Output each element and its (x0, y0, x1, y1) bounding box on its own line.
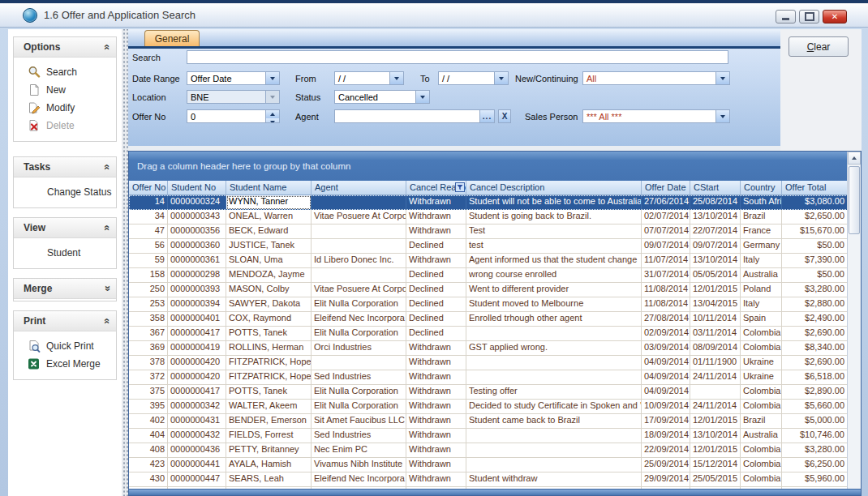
grid-cell[interactable]: Student will not be able to come to Aust… (466, 195, 642, 210)
grid-cell[interactable]: $5,660.00 (782, 400, 848, 414)
section-header-options[interactable]: Options« (14, 37, 116, 58)
grid-cell[interactable]: Sed Industries (312, 429, 406, 443)
agent-field[interactable]: ... (334, 109, 495, 123)
grid-cell[interactable]: $8,340.00 (782, 341, 848, 356)
grid-cell[interactable]: 34 (129, 210, 168, 224)
grid-cell[interactable]: Vitae Posuere At Corpo (312, 283, 406, 297)
grid-cell[interactable]: 07/07/2014 (642, 224, 690, 239)
vertical-scrollbar[interactable] (847, 152, 861, 489)
grid-cell[interactable]: Test (466, 224, 642, 239)
offer-no-stepper[interactable]: 0 (187, 109, 280, 123)
grid-cell[interactable]: 04/09/2014 (642, 356, 690, 370)
grid-cell[interactable]: 0000000298 (168, 268, 226, 283)
grid-cell[interactable]: Student is going back to Brazil. (466, 210, 642, 224)
grid-cell[interactable]: Declined (406, 327, 466, 341)
grid-cell[interactable]: GST applied wrong. (466, 341, 642, 356)
grid-cell[interactable]: Withdrawn (406, 341, 466, 356)
grid-cell[interactable]: 250 (129, 283, 168, 297)
grid-cell[interactable]: Withdrawn (406, 356, 466, 370)
grid-cell[interactable] (312, 195, 406, 210)
grid-cell[interactable]: Orci Industries (312, 341, 406, 356)
chevron-double-up-icon[interactable]: « (102, 164, 110, 169)
section-header-print[interactable]: Print« (14, 311, 116, 331)
table-row[interactable]: 1580000000298MENDOZA, JaymeDeclinedwrong… (129, 268, 848, 283)
grid-cell[interactable]: Ukraine (741, 370, 782, 385)
grid-cell[interactable]: 0000000356 (168, 224, 226, 239)
grid-cell[interactable]: 24/11/2014 (690, 400, 741, 414)
table-row[interactable]: 3580000000401COX, RaymondEleifend Nec In… (129, 312, 848, 327)
grid-cell[interactable]: Withdrawn (406, 472, 466, 487)
sales-person-select[interactable]: *** All *** (582, 109, 730, 123)
grid-cell[interactable]: 24/11/2014 (690, 370, 741, 385)
clear-button[interactable]: Clear (789, 36, 849, 57)
grid-cell[interactable]: Vitae Posuere At Corpo (312, 210, 406, 224)
grid-cell[interactable]: Withdrawn (406, 458, 466, 472)
from-date-select[interactable]: / / (334, 71, 404, 85)
grid-cell[interactable]: Ukraine (741, 356, 782, 370)
grid-cell[interactable]: 25/08/2014 (690, 195, 741, 210)
grid-cell[interactable]: $5,000.00 (782, 414, 848, 429)
grid-cell[interactable]: 0000000393 (168, 283, 226, 297)
column-header-cstart[interactable]: CStart (690, 181, 741, 195)
grid-cell[interactable]: 01/11/1900 (690, 356, 741, 370)
grid-cell[interactable] (312, 224, 406, 239)
grid-cell[interactable]: SAWYER, Dakota (226, 297, 312, 312)
grid-cell[interactable]: $3,280.00 (782, 443, 848, 458)
chevron-down-icon[interactable] (494, 72, 508, 84)
sidebar-item-quick-print[interactable]: Quick Print (14, 337, 116, 355)
grid-cell[interactable]: Withdrawn (406, 224, 466, 239)
grid-cell[interactable]: 31/07/2014 (642, 268, 690, 283)
grid-cell[interactable] (312, 356, 406, 370)
grid-cell[interactable]: test (466, 239, 642, 254)
grid-cell[interactable]: 13/10/2014 (690, 254, 741, 268)
date-range-select[interactable]: Offer Date (187, 71, 280, 85)
grid-cell[interactable]: 0000000417 (168, 327, 226, 341)
grid-cell[interactable]: 14 (129, 195, 168, 210)
grid-cell[interactable]: France (741, 224, 782, 239)
section-header-view[interactable]: View« (14, 218, 116, 238)
grid-cell[interactable]: BENDER, Emerson (226, 414, 312, 429)
grid-cell[interactable]: 0000000360 (168, 239, 226, 254)
grid-cell[interactable]: South Africa (741, 195, 782, 210)
spin-up-icon[interactable] (266, 110, 279, 118)
grid-cell[interactable]: 13/04/2015 (690, 297, 741, 312)
grid-cell[interactable]: Spain (741, 312, 782, 327)
grid-cell[interactable]: 0000000436 (168, 443, 226, 458)
grid-cell[interactable]: 47 (129, 224, 168, 239)
grid-cell[interactable]: 402 (129, 414, 168, 429)
grid-cell[interactable]: 09/07/2014 (690, 239, 741, 254)
grid-cell[interactable]: $3,280.00 (782, 283, 848, 297)
horizontal-scrollbar[interactable] (129, 489, 861, 495)
grid-cell[interactable]: 11/07/2014 (642, 254, 690, 268)
grid-cell[interactable]: $6,250.00 (782, 458, 848, 472)
table-row[interactable]: 2530000000394SAWYER, DakotaElit Nulla Co… (129, 297, 848, 312)
grid-cell[interactable]: 15/12/2014 (690, 458, 741, 472)
grid-cell[interactable]: Vivamus Nibh Institute (312, 458, 406, 472)
grid-cell[interactable]: 12/01/2015 (690, 443, 741, 458)
column-header-offer-total[interactable]: Offer Total (782, 181, 848, 195)
grid-cell[interactable]: $2,880.00 (782, 297, 848, 312)
grid-cell[interactable] (690, 385, 741, 400)
grid-cell[interactable]: 0000000417 (168, 385, 226, 400)
grid-cell[interactable]: Student moved to Melbourne (466, 297, 642, 312)
grid-cell[interactable]: COX, Raymond (226, 312, 312, 327)
chevron-down-icon[interactable] (715, 110, 729, 122)
grid-cell[interactable]: Australia (741, 429, 782, 443)
table-row[interactable]: 590000000361SLOAN, UmaId Libero Donec In… (129, 254, 848, 268)
column-header-agent[interactable]: Agent (312, 181, 406, 195)
grid-cell[interactable]: 408 (129, 443, 168, 458)
grid-cell[interactable]: Testing offer (466, 385, 642, 400)
grid-cell[interactable]: Withdrawn (406, 385, 466, 400)
maximize-button[interactable] (799, 10, 819, 24)
chevron-double-up-icon[interactable]: « (102, 44, 110, 49)
grid-cell[interactable]: 378 (129, 356, 168, 370)
table-row[interactable]: 4300000000447SEARS, LeahEleifend Nec Inc… (129, 472, 848, 487)
grid-cell[interactable]: 0000000361 (168, 254, 226, 268)
grid-cell[interactable]: 29/09/2014 (642, 472, 690, 487)
agent-browse-button[interactable]: ... (479, 110, 494, 122)
grid-cell[interactable]: 27/08/2014 (642, 312, 690, 327)
table-row[interactable]: 4080000000436PETTY, BritanneyNec Enim PC… (129, 443, 848, 458)
grid-cell[interactable]: AYALA, Hamish (226, 458, 312, 472)
grid-cell[interactable]: 158 (129, 268, 168, 283)
grid-cell[interactable] (466, 443, 642, 458)
